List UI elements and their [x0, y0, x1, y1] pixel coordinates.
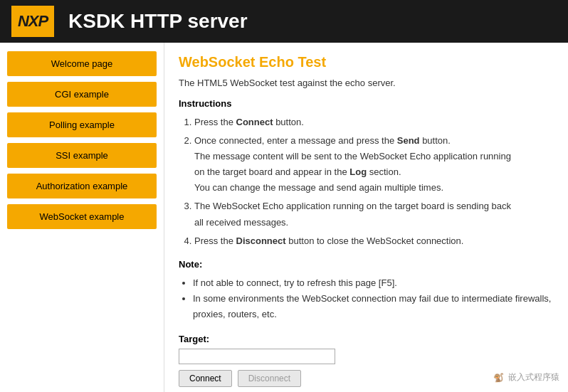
- target-input[interactable]: [179, 349, 335, 364]
- layout: Welcome page CGI example Polling example…: [0, 43, 568, 392]
- logo-box: NXP: [11, 6, 54, 37]
- connect-bold: Connect: [236, 117, 273, 127]
- header-title: KSDK HTTP server: [68, 10, 248, 33]
- instruction-item: Once connected, enter a message and pres…: [194, 133, 554, 196]
- instructions-list: Press the Connect button. Once connected…: [179, 115, 554, 249]
- nav-auth[interactable]: Authorization example: [7, 174, 157, 198]
- target-label: Target:: [179, 334, 554, 344]
- notes-list: If not able to connect, try to refresh t…: [179, 275, 554, 322]
- sidebar: Welcome page CGI example Polling example…: [0, 43, 164, 392]
- note-item: If not able to connect, try to refresh t…: [193, 275, 554, 291]
- disconnect-button[interactable]: Disconnect: [238, 370, 301, 387]
- page-title: WebSocket Echo Test: [179, 54, 554, 70]
- main-content: WebSocket Echo Test The HTML5 WebSocket …: [164, 43, 568, 392]
- send-bold: Send: [397, 135, 420, 146]
- instruction-item: Press the Connect button.: [194, 115, 554, 130]
- nav-websocket[interactable]: WebSocket example: [7, 204, 157, 229]
- disconnect-bold: Disconnect: [236, 235, 286, 246]
- nav-welcome[interactable]: Welcome page: [7, 51, 157, 76]
- subtitle: The HTML5 WebSocket test against the ech…: [179, 78, 554, 88]
- note-heading: Note:: [179, 259, 554, 270]
- nav-cgi[interactable]: CGI example: [7, 82, 157, 107]
- log-bold: Log: [349, 166, 367, 177]
- instruction-item: The WebSocket Echo application running o…: [194, 198, 554, 230]
- watermark-text: 嵌入式程序猿: [508, 371, 559, 383]
- nav-ssi[interactable]: SSI example: [7, 143, 157, 168]
- note-item: In some environments the WebSocket conne…: [193, 291, 554, 322]
- instructions-heading: Instructions: [179, 98, 554, 109]
- nav-polling[interactable]: Polling example: [7, 112, 157, 137]
- instruction-item: Press the Disconnect button to close the…: [194, 233, 554, 249]
- logo-text: NXP: [18, 12, 48, 31]
- header: NXP KSDK HTTP server: [0, 0, 568, 43]
- connect-button[interactable]: Connect: [179, 370, 232, 387]
- watermark-icon: 🐒: [493, 373, 504, 383]
- watermark: 🐒 嵌入式程序猿: [493, 371, 559, 383]
